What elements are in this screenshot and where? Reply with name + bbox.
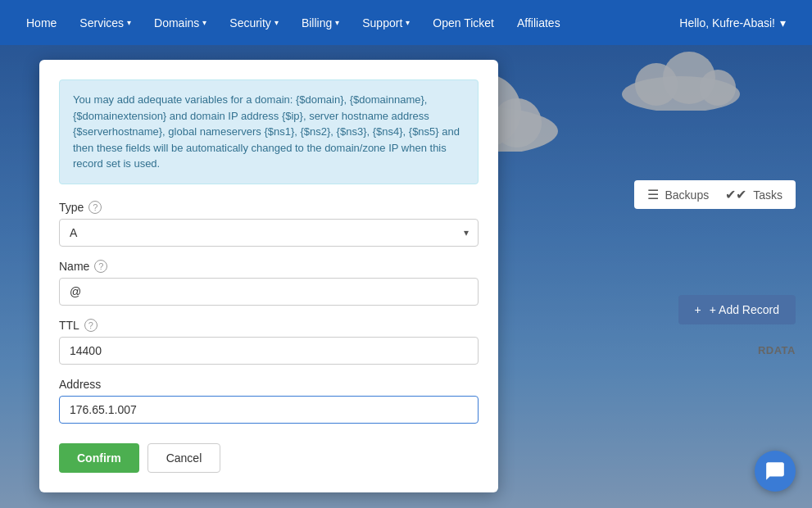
cancel-button[interactable]: Cancel — [147, 443, 221, 473]
user-dropdown-arrow: ▾ — [780, 16, 786, 29]
nav-user-menu[interactable]: Hello, Kufre-Abasi! ▾ — [669, 10, 796, 36]
ttl-field-group: TTL ? — [59, 319, 479, 365]
ttl-label: TTL ? — [59, 319, 479, 332]
address-label: Address — [59, 378, 479, 391]
type-label: Type ? — [59, 201, 479, 214]
backups-icon: ☰ — [647, 187, 659, 202]
rdata-label: RDATA — [758, 344, 796, 356]
nav-billing[interactable]: Billing ▾ — [292, 10, 349, 36]
nav-affiliates[interactable]: Affiliates — [507, 10, 570, 36]
services-dropdown-arrow: ▾ — [127, 18, 131, 27]
address-field-group: Address — [59, 378, 479, 424]
support-dropdown-arrow: ▾ — [406, 18, 410, 27]
confirm-button[interactable]: Confirm — [59, 443, 139, 473]
dns-record-modal: You may add adequate variables for a dom… — [39, 60, 498, 492]
name-input[interactable] — [59, 278, 479, 306]
ttl-input[interactable] — [59, 337, 479, 365]
nav-support[interactable]: Support ▾ — [352, 10, 420, 36]
plus-icon: + — [695, 303, 701, 316]
backups-item[interactable]: ☰ Backups — [647, 187, 710, 202]
name-label: Name ? — [59, 260, 479, 273]
tasks-icon: ✔✔ — [725, 187, 746, 202]
type-select-wrapper: A AAAA CNAME MX TXT NS SRV ▾ — [59, 219, 479, 247]
chat-button[interactable] — [755, 451, 796, 492]
security-dropdown-arrow: ▾ — [274, 18, 279, 27]
type-help-icon[interactable]: ? — [88, 201, 102, 214]
billing-dropdown-arrow: ▾ — [335, 18, 339, 27]
add-record-button[interactable]: + + Add Record — [678, 295, 796, 324]
info-box: You may add adequate variables for a dom… — [59, 79, 479, 184]
nav-security[interactable]: Security ▾ — [220, 10, 288, 36]
nav-services[interactable]: Services ▾ — [70, 10, 141, 36]
address-input[interactable] — [59, 396, 479, 424]
nav-items: Home Services ▾ Domains ▾ Security ▾ Bil… — [16, 10, 669, 36]
chat-icon — [764, 460, 786, 482]
form-actions: Confirm Cancel — [59, 443, 479, 473]
backups-tasks-bar: ☰ Backups ✔✔ Tasks — [634, 180, 796, 209]
nav-open-ticket[interactable]: Open Ticket — [423, 10, 504, 36]
type-select[interactable]: A AAAA CNAME MX TXT NS SRV — [59, 219, 479, 247]
tasks-item[interactable]: ✔✔ Tasks — [725, 187, 783, 202]
navbar: Home Services ▾ Domains ▾ Security ▾ Bil… — [0, 0, 812, 45]
ttl-help-icon[interactable]: ? — [84, 319, 98, 332]
nav-domains[interactable]: Domains ▾ — [144, 10, 216, 36]
name-help-icon[interactable]: ? — [94, 260, 107, 273]
modal-overlay: You may add adequate variables for a dom… — [0, 45, 812, 508]
nav-home[interactable]: Home — [16, 10, 66, 36]
type-field-group: Type ? A AAAA CNAME MX TXT NS SRV ▾ — [59, 201, 479, 247]
domains-dropdown-arrow: ▾ — [202, 18, 206, 27]
name-field-group: Name ? — [59, 260, 479, 306]
